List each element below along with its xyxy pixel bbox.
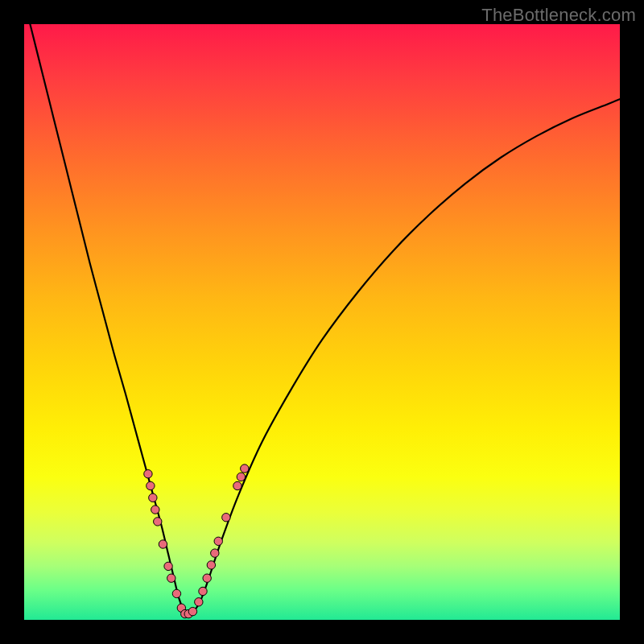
data-marker <box>237 473 245 481</box>
data-marker <box>149 493 157 502</box>
data-marker <box>164 562 172 570</box>
bottleneck-curve <box>30 24 620 615</box>
outer-frame: TheBottleneck.com <box>0 0 644 644</box>
data-marker <box>241 464 249 473</box>
data-marker <box>211 549 219 557</box>
plot-area <box>24 24 620 620</box>
watermark-text: TheBottleneck.com <box>481 5 636 26</box>
data-marker <box>188 607 196 615</box>
data-marker <box>222 514 230 522</box>
data-marker <box>154 518 162 526</box>
data-marker <box>199 587 207 595</box>
data-marker <box>144 470 152 478</box>
data-marker <box>151 506 159 514</box>
data-marker <box>214 537 222 545</box>
data-marker <box>203 574 211 582</box>
data-marker <box>167 574 175 582</box>
data-marker <box>195 598 203 606</box>
chart-svg <box>24 24 620 620</box>
data-marker <box>159 540 167 548</box>
data-marker <box>172 589 180 597</box>
data-marker <box>147 481 155 489</box>
marker-group <box>144 464 249 618</box>
data-marker <box>207 561 215 569</box>
data-marker <box>233 481 242 489</box>
